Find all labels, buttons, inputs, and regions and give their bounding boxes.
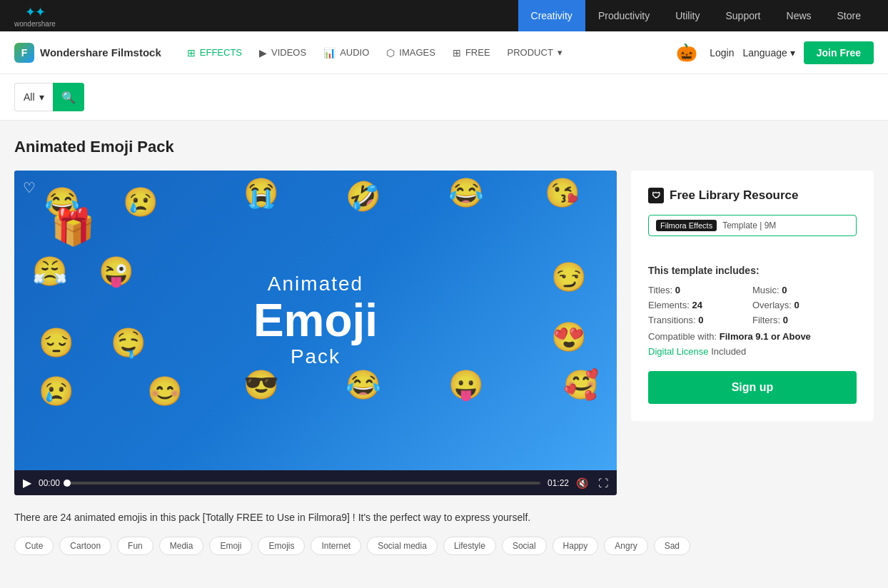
tag-lifestyle[interactable]: Lifestyle [443, 537, 496, 555]
tag-fun[interactable]: Fun [117, 537, 153, 555]
product-chevron-icon: ▾ [557, 47, 562, 58]
nav-support[interactable]: Support [712, 0, 773, 31]
audio-icon: 📊 [323, 47, 335, 59]
badge-tag: Filmora Effects [656, 220, 717, 231]
join-free-button[interactable]: Join Free [804, 41, 874, 64]
includes-grid: Titles: 0 Music: 0 Elements: 24 Overlays… [648, 285, 857, 325]
digital-license: Digital License Included [648, 346, 857, 357]
nav-productivity[interactable]: Productivity [585, 0, 662, 31]
tag-cartoon[interactable]: Cartoon [59, 537, 111, 555]
tag-happy[interactable]: Happy [553, 537, 599, 555]
wondershare-logo: ✦✦ wondershare [14, 4, 56, 28]
login-button[interactable]: Login [710, 47, 734, 59]
overlays-value: 0 [794, 300, 799, 310]
nav-item-videos[interactable]: ▶ VIDEOS [259, 47, 306, 59]
videos-icon: ▶ [259, 47, 267, 59]
video-title-line2: Emoji [253, 295, 378, 345]
tag-social-media[interactable]: Social media [367, 537, 438, 555]
fullscreen-button[interactable]: ⛶ [598, 477, 608, 489]
emoji-deco-9: 😏 [551, 260, 587, 294]
emoji-deco-15: 😎 [243, 368, 279, 402]
tag-cute[interactable]: Cute [14, 537, 54, 555]
search-category-dropdown[interactable]: All ▾ [14, 83, 53, 111]
nav-item-images[interactable]: ⬡ IMAGES [386, 47, 435, 59]
video-title-overlay: Animated Emoji Pack [253, 273, 378, 368]
overlays-label: Overlays: [752, 300, 792, 310]
page-title: Animated Emoji Pack [14, 138, 874, 156]
emoji-deco-18: 🥰 [563, 368, 599, 402]
overlays-item: Overlays: 0 [752, 300, 857, 310]
promo-icon: 🎃 [672, 39, 701, 67]
top-nav: ✦✦ wondershare Creativity Productivity U… [0, 0, 888, 31]
nav-item-audio[interactable]: 📊 AUDIO [323, 47, 369, 59]
elements-label: Elements: [648, 300, 690, 310]
emoji-deco-17: 😛 [448, 368, 484, 402]
music-value: 0 [782, 285, 787, 295]
brand-logo-icon: F [14, 43, 34, 63]
secondary-nav: F Wondershare Filmstock ⊞ EFFECTS ▶ VIDE… [0, 31, 888, 74]
brand-logo[interactable]: F Wondershare Filmstock [14, 43, 161, 63]
nav-item-effects[interactable]: ⊞ EFFECTS [187, 47, 242, 59]
emoji-deco-14: 😊 [147, 375, 183, 408]
titles-value: 0 [675, 285, 680, 295]
effects-icon: ⊞ [187, 47, 196, 59]
nav-news[interactable]: News [774, 0, 824, 31]
compatible-label: Compatible with: [648, 331, 717, 342]
includes-title: This template includes: [648, 265, 857, 276]
transitions-value: 0 [698, 315, 703, 325]
language-button[interactable]: Language ▾ [742, 47, 794, 59]
progress-bar[interactable] [67, 482, 540, 485]
emoji-deco-7: 😤 [32, 255, 68, 288]
nav-item-product[interactable]: PRODUCT ▾ [508, 47, 562, 58]
play-button[interactable]: ▶ [23, 476, 31, 490]
video-container: ♡ 😂 😢 😭 🤣 😂 😘 😤 😜 😏 😔 🤤 😍 😢 😊 [14, 171, 617, 495]
tags-container: Cute Cartoon Fun Media Emoji Emojis Inte… [14, 537, 874, 555]
search-button[interactable]: 🔍 [53, 83, 84, 111]
current-time: 00:00 [39, 478, 60, 488]
sidebar: 🛡 Free Library Resource Filmora Effects … [631, 171, 874, 421]
nav-store[interactable]: Store [824, 0, 874, 31]
emoji-deco-8: 😜 [99, 255, 134, 288]
tag-sad[interactable]: Sad [654, 537, 690, 555]
titles-item: Titles: 0 [648, 285, 752, 295]
content-layout: ♡ 😂 😢 😭 🤣 😂 😘 😤 😜 😏 😔 🤤 😍 😢 😊 [14, 171, 874, 495]
badge-info: Template | 9M [722, 220, 776, 230]
video-title-line1: Animated [253, 273, 378, 295]
search-bar: All ▾ 🔍 [0, 74, 888, 121]
product-label: PRODUCT [508, 47, 553, 58]
filters-label: Filters: [752, 315, 780, 325]
tag-social[interactable]: Social [502, 537, 547, 555]
nav-creativity[interactable]: Creativity [518, 0, 585, 31]
shield-icon: 🛡 [648, 188, 664, 203]
music-label: Music: [752, 285, 779, 295]
tag-media[interactable]: Media [159, 537, 204, 555]
compatible-info: Compatible with: Filmora 9.1 or Above [648, 331, 857, 342]
tag-angry[interactable]: Angry [604, 537, 647, 555]
main-content: Animated Emoji Pack ♡ 😂 😢 😭 🤣 😂 😘 😤 😜 😏 … [0, 121, 888, 572]
emoji-deco-10: 😔 [39, 326, 74, 360]
nav-utility[interactable]: Utility [662, 0, 712, 31]
nav-item-free[interactable]: ⊞ FREE [453, 47, 490, 59]
tag-emoji[interactable]: Emoji [209, 537, 252, 555]
included-text: Included [711, 346, 746, 357]
filters-item: Filters: 0 [752, 315, 857, 325]
emoji-deco-16: 😂 [345, 368, 381, 402]
videos-label: VIDEOS [271, 47, 306, 58]
description: There are 24 animated emojis in this pac… [14, 510, 874, 525]
effects-label: EFFECTS [200, 47, 242, 58]
emoji-deco-3: 😭 [243, 176, 279, 210]
language-chevron-icon: ▾ [790, 47, 795, 59]
ws-logo-text: wondershare [14, 20, 56, 28]
digital-license-link[interactable]: Digital License [648, 346, 709, 357]
tag-emojis[interactable]: Emojis [258, 537, 305, 555]
signup-button[interactable]: Sign up [648, 371, 857, 404]
images-icon: ⬡ [386, 47, 395, 59]
search-category-chevron-icon: ▾ [39, 91, 44, 103]
titles-label: Titles: [648, 285, 672, 295]
filters-value: 0 [783, 315, 788, 325]
favorite-button[interactable]: ♡ [23, 179, 36, 196]
volume-button[interactable]: 🔇 [576, 477, 588, 489]
tag-internet[interactable]: Internet [311, 537, 361, 555]
transitions-item: Transitions: 0 [648, 315, 752, 325]
free-resource-label: Free Library Resource [670, 188, 798, 203]
